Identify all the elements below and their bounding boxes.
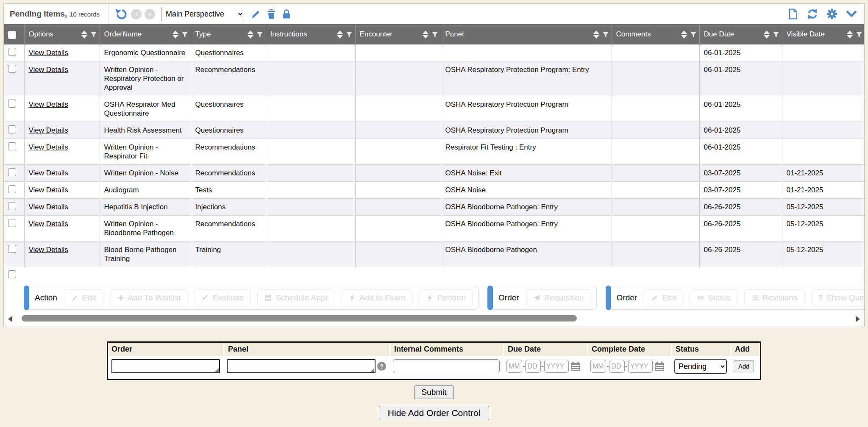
filter-funnel-icon[interactable] xyxy=(346,31,353,38)
edit-button[interactable]: Edit xyxy=(644,289,683,306)
gear-icon[interactable] xyxy=(825,7,839,21)
due-date-calendar-icon[interactable] xyxy=(570,361,581,372)
due-date-mm-input[interactable] xyxy=(506,360,522,373)
complete-date-dd-input[interactable] xyxy=(609,360,625,373)
sort-icon[interactable] xyxy=(847,30,853,39)
row-checkbox[interactable] xyxy=(8,168,16,176)
status-button[interactable]: Status xyxy=(690,289,738,306)
footer-checkbox[interactable] xyxy=(8,270,16,278)
add-order-form-header: Order Panel Internal Comments Due Date C… xyxy=(108,343,760,356)
view-details-link[interactable]: View Details xyxy=(29,203,68,211)
filter-funnel-icon[interactable] xyxy=(856,31,862,38)
column-header-options[interactable]: Options xyxy=(24,24,100,44)
view-details-link[interactable]: View Details xyxy=(29,169,68,177)
order-input[interactable] xyxy=(111,359,220,373)
filter-funnel-icon[interactable] xyxy=(602,31,609,38)
panel-input[interactable] xyxy=(227,359,376,373)
nav-forward-icon[interactable]: › xyxy=(145,9,155,19)
complete-date-mm-input[interactable] xyxy=(590,360,606,373)
complete-date-calendar-icon[interactable] xyxy=(654,361,665,372)
filter-funnel-icon[interactable] xyxy=(90,31,97,38)
select-all-checkbox[interactable] xyxy=(8,31,16,39)
row-checkbox[interactable] xyxy=(8,125,16,133)
column-header-comments[interactable]: Comments xyxy=(612,24,699,44)
cell-visible_date: 05-12-2025 xyxy=(782,216,865,241)
refresh-icon[interactable] xyxy=(806,7,819,21)
horizontal-scrollbar[interactable] xyxy=(6,314,862,324)
column-header-visible_date[interactable]: Visible Date xyxy=(782,24,865,44)
nav-back-icon[interactable]: ‹ xyxy=(131,9,142,19)
column-header-encounter[interactable]: Encounter xyxy=(355,24,441,44)
requisition-button[interactable]: Requisition xyxy=(526,289,591,306)
filter-funnel-icon[interactable] xyxy=(431,31,438,38)
help-icon[interactable]: ? xyxy=(377,362,386,371)
sort-icon[interactable] xyxy=(423,30,428,39)
evaluate-button[interactable]: Evaluate xyxy=(194,289,251,306)
sort-icon[interactable] xyxy=(681,30,687,39)
row-checkbox[interactable] xyxy=(8,219,16,227)
view-details-link[interactable]: View Details xyxy=(29,143,68,151)
lock-icon[interactable] xyxy=(280,7,293,21)
add-to-exam-button[interactable]: Add to Exam xyxy=(341,289,413,306)
row-checkbox[interactable] xyxy=(8,100,16,108)
status-select[interactable]: Pending xyxy=(674,359,727,374)
scrollbar-thumb[interactable] xyxy=(22,315,577,322)
select-all-header[interactable] xyxy=(4,24,24,44)
view-details-link[interactable]: View Details xyxy=(29,186,68,194)
show-question-button[interactable]: ?Show Question xyxy=(811,289,865,306)
cell-type: Tests xyxy=(191,182,266,199)
row-checkbox[interactable] xyxy=(8,185,16,193)
undo-icon[interactable] xyxy=(114,7,128,21)
row-checkbox[interactable] xyxy=(8,202,16,210)
complete-date-yyyy-input[interactable] xyxy=(628,360,653,373)
hide-add-order-control-button[interactable]: Hide Add Order Control xyxy=(379,406,489,420)
filter-funnel-icon[interactable] xyxy=(181,31,188,38)
cell-order_name: OSHA Respirator Med Questionnaire xyxy=(100,96,191,122)
sort-icon[interactable] xyxy=(248,30,253,39)
row-checkbox[interactable] xyxy=(8,48,16,56)
due-date-yyyy-input[interactable] xyxy=(544,360,569,373)
view-details-link[interactable]: View Details xyxy=(29,246,68,254)
question-icon: ? xyxy=(818,293,823,302)
row-checkbox[interactable] xyxy=(8,142,16,150)
filter-funnel-icon[interactable] xyxy=(690,31,697,38)
view-details-link[interactable]: View Details xyxy=(29,66,68,74)
view-details-link[interactable]: View Details xyxy=(29,100,68,108)
submit-button[interactable]: Submit xyxy=(414,385,453,399)
due-date-dd-input[interactable] xyxy=(525,360,541,373)
revisions-button[interactable]: Revisions xyxy=(744,289,804,306)
edit-button[interactable]: Edit xyxy=(64,289,103,306)
new-document-icon[interactable] xyxy=(786,7,800,21)
cell-type: Injections xyxy=(191,199,266,216)
view-details-link[interactable]: View Details xyxy=(29,126,68,134)
column-header-type[interactable]: Type xyxy=(191,24,266,44)
trash-icon[interactable] xyxy=(264,7,278,21)
pencil-icon[interactable] xyxy=(249,7,263,21)
column-header-instructions[interactable]: Instructions xyxy=(266,24,355,44)
scroll-right-arrow-icon[interactable] xyxy=(856,316,860,322)
sort-icon[interactable] xyxy=(593,30,599,39)
chevron-down-icon[interactable] xyxy=(845,7,858,21)
cell-due_date: 06-26-2025 xyxy=(699,216,782,241)
column-header-order_name[interactable]: OrderName xyxy=(100,24,191,44)
row-checkbox[interactable] xyxy=(8,245,16,253)
scroll-left-arrow-icon[interactable] xyxy=(8,316,12,322)
internal-comments-input[interactable] xyxy=(393,359,500,373)
add-to-waitlist-button[interactable]: Add To Waitlist xyxy=(110,289,188,306)
filter-funnel-icon[interactable] xyxy=(256,31,263,38)
view-details-link[interactable]: View Details xyxy=(29,220,68,228)
sort-icon[interactable] xyxy=(81,30,87,39)
schedule-appt-button[interactable]: Schedule Appt xyxy=(257,289,335,306)
add-button[interactable]: Add xyxy=(734,360,754,372)
sort-icon[interactable] xyxy=(172,30,178,39)
perspective-select[interactable]: Main Perspective xyxy=(161,7,244,21)
row-checkbox[interactable] xyxy=(8,65,16,73)
column-header-panel[interactable]: Panel xyxy=(441,24,612,44)
column-header-due_date[interactable]: Due Date xyxy=(699,24,782,44)
cell-encounter xyxy=(355,241,441,267)
filter-funnel-icon[interactable] xyxy=(773,31,779,38)
sort-icon[interactable] xyxy=(764,30,770,39)
view-details-link[interactable]: View Details xyxy=(29,49,68,57)
perform-button[interactable]: Perform xyxy=(419,289,473,306)
sort-icon[interactable] xyxy=(337,30,343,39)
